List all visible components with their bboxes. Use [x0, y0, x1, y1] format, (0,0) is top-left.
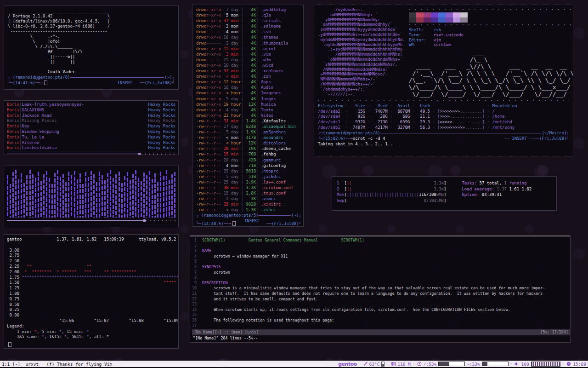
- spectrum-bar: [113, 178, 114, 218]
- spectrum-bar: [77, 179, 78, 218]
- playlist-track[interactable]: Boris │ AileronHeavy Rocks: [7, 140, 175, 146]
- cpu-temp: 63°C: [369, 362, 380, 367]
- playlist-track[interactable]: Boris │ Missing PiecesHeavy Rocks: [7, 118, 175, 124]
- clock-icon: [566, 362, 571, 366]
- visualizer-progress[interactable]: [7, 218, 175, 222]
- color-swatch: [424, 17, 431, 23]
- ttyload-header: gentoo 1.37, 1.61, 1.62 15:09:19 ttyload…: [7, 237, 175, 242]
- visualizer-window[interactable]: [4, 166, 179, 227]
- color-swatch: [431, 17, 438, 23]
- spectrum-bar: [163, 176, 164, 218]
- scrotwm-ascii-logo: ___ /\_ \ ____ ___ _\//\ \ ___ __ __ __ …: [409, 49, 573, 98]
- home-usage: ~:23%: [467, 362, 480, 367]
- separator-dot: ·: [510, 362, 513, 367]
- vim-statusline: [No Name][-] :: [man] [unix] [5%: 17/284…: [192, 329, 570, 335]
- sysinfo-window[interactable]: -/oyddmdhs+:. -odNMMMMMMMMNNmhy+-` -yNMM…: [314, 5, 573, 156]
- spectrum-bar: [146, 175, 147, 218]
- spectrum-bar: [174, 172, 175, 218]
- color-swatch: [431, 12, 438, 17]
- spectrum-bar: [166, 170, 167, 218]
- spectrum-bar: [90, 171, 92, 218]
- playlist-track[interactable]: Boris │ GALAXIANSHeavy Rocks: [7, 108, 175, 113]
- color-swatch: [424, 12, 431, 17]
- cowsay-output: _______________________________________/…: [8, 9, 175, 75]
- root-usage-bar: [438, 362, 465, 366]
- spectrum-bar: [99, 172, 100, 218]
- ttyload-chart: 3.00 2.75 2.50 2.25 ** ** 2.00 * *******…: [7, 248, 175, 324]
- spectrum-bar: [130, 180, 131, 218]
- spectrum-bar: [10, 184, 11, 218]
- spectrum-bar: [71, 175, 72, 218]
- color-swatch: [446, 17, 453, 23]
- spectrum-bar: [23, 183, 25, 218]
- spectrum-bar: [43, 174, 45, 218]
- spectrum-bar: [79, 173, 81, 218]
- volume-meter[interactable]: [531, 362, 560, 367]
- workspace-indicator[interactable]: 1:1 [-] urxvt (f) Thanks for flying Vim: [0, 362, 112, 367]
- speaker-icon[interactable]: [514, 362, 519, 366]
- man-page-window[interactable]: 1SCROTWM(1) Gentoo General Commands Manu…: [190, 236, 571, 343]
- spectrum-bar: [32, 174, 34, 218]
- man-page-text: 1SCROTWM(1) Gentoo General Commands Manu…: [192, 238, 570, 328]
- vim-buffer-info: [No Name][-] :: [man] [unix]: [194, 329, 259, 335]
- ttyload-window[interactable]: gentoo 1.37, 1.61, 1.62 15:09:19 ttyload…: [4, 234, 179, 349]
- spectrum-bar: [149, 171, 150, 218]
- spectrum-bar: [15, 170, 17, 218]
- color-swatch: [438, 17, 446, 23]
- spectrum-bar: [29, 170, 31, 218]
- clock-time: 15:09: [573, 362, 586, 367]
- color-swatch: [438, 12, 446, 17]
- spectrum-bar: [65, 182, 67, 218]
- color-swatch: [416, 12, 424, 17]
- file-list: drwxr-xr-x 7 day │ 4K│ .puddletagdrwxr-x…: [196, 7, 301, 213]
- terminal-cursor: [8, 342, 11, 347]
- spectrum-bar: [138, 178, 139, 218]
- color-swatch: [460, 12, 468, 17]
- htop-window[interactable]: 1 [|| 3.3%]2 [|| 3.3%]Mem[||||||||||||||…: [332, 176, 557, 211]
- gentoo-ascii-logo: -/oyddmdhs+:. -odNMMMMMMMMNNmhy+-` -yNMM…: [318, 7, 405, 98]
- file-listing-window[interactable]: drwxr-xr-x 7 day │ 4K│ .puddletagdrwxr-x…: [192, 5, 304, 227]
- playlist: Boris │ Leak-Truth,yesnoyesnoyes-Heavy R…: [7, 102, 175, 151]
- dotted-separator: [318, 100, 569, 101]
- spectrum-bar: [121, 183, 123, 218]
- spectrum-bar: [68, 172, 69, 218]
- spectrum-bar: [49, 178, 50, 218]
- playlist-track[interactable]: Boris │ CzechoslovakiaHeavy Rocks: [7, 145, 175, 151]
- playlist-track[interactable]: Boris │ Jackson HeadHeavy Rocks: [7, 113, 175, 119]
- spectrum-bar: [40, 181, 42, 218]
- spectrum-bar: [85, 172, 86, 218]
- spectrum-bar: [110, 170, 111, 218]
- playlist-track[interactable]: Boris │ KeyHeavy Rocks: [7, 124, 175, 129]
- spectrum-bar: [7, 175, 8, 218]
- music-playlist-window[interactable]: Boris │ Leak-Truth,yesnoyesnoyes-Heavy R…: [4, 100, 179, 155]
- playlist-track[interactable]: Boris │ Leak-Truth,yesnoyesnoyes-Heavy R…: [7, 102, 175, 108]
- spectrum-bar: [74, 171, 75, 218]
- scrot-countdown: Taking shot in 4.. 3.. 2.. 1.. _: [318, 141, 569, 147]
- spectrum-bar: [88, 177, 89, 218]
- spectrum-bar: [154, 173, 156, 218]
- df-table: Filesystem · Size · Used · Avail · Use% …: [318, 104, 569, 130]
- playback-progress[interactable]: [7, 152, 175, 155]
- spectrum-bar: [171, 174, 173, 218]
- terminal-color-palette: [409, 12, 573, 23]
- separator-dot: ·: [562, 362, 565, 367]
- status-bar[interactable]: 1:1 [-] urxvt (f) Thanks for flying Vim …: [0, 361, 588, 368]
- ttyload-legend: Legend: 1 min: *, 5 min: *, 15 min: * 1&…: [7, 324, 175, 340]
- spectrum-bar: [157, 182, 158, 218]
- terminal-cowsay[interactable]: _______________________________________/…: [4, 6, 179, 90]
- zsh-prompt-pts5[interactable]: ┌─(ramonoid@gentoo:pts/5)(~)┐└─(14:48:%)…: [196, 213, 301, 227]
- thermometer-icon: [363, 362, 368, 366]
- color-swatch: [460, 17, 468, 23]
- zsh-prompt-pts0[interactable]: ┌─(ramonoid@gentoo:pts/0)(~)┐└─(14:41:%)…: [8, 75, 175, 86]
- spectrum-bar: [38, 172, 39, 218]
- playlist-track[interactable]: Boris │ Tu, La LaHeavy Rocks: [7, 135, 175, 140]
- spectrum-bar: [102, 175, 103, 218]
- color-swatch: [409, 17, 416, 23]
- vim-command-line: "[No Name]" 284 lines --5%--: [192, 335, 570, 341]
- spectrum-bar: [143, 172, 145, 218]
- vim-scroll-position: [5%: 17/284]: [540, 329, 568, 335]
- playlist-track[interactable]: Boris │ Window ShoppingHeavy Rocks: [7, 129, 175, 135]
- spectrum-bar: [169, 180, 170, 218]
- zsh-prompt-pts4[interactable]: ┌─(ramonoid@gentoo:pts/4)(~/Musica)┐└─(1…: [318, 130, 569, 141]
- spectrum-bar: [46, 171, 47, 218]
